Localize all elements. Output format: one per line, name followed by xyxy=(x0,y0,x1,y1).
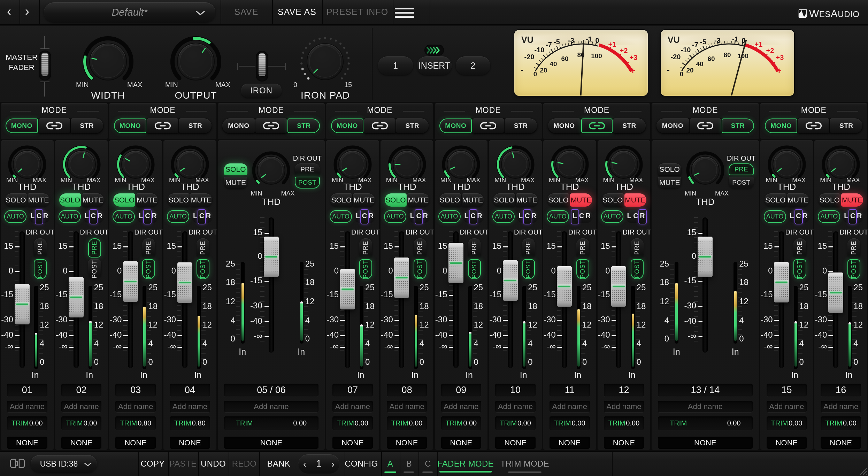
svg-text:-3: -3 xyxy=(714,37,721,44)
svg-text:-10: -10 xyxy=(681,46,691,54)
svg-text:-7: -7 xyxy=(692,41,698,48)
svg-text:+3: +3 xyxy=(630,54,638,61)
svg-text:100: 100 xyxy=(591,52,602,60)
svg-text:+2: +2 xyxy=(766,47,774,54)
svg-text:80: 80 xyxy=(723,51,731,59)
svg-text:60: 60 xyxy=(707,55,715,62)
svg-text:-20: -20 xyxy=(524,53,535,61)
svg-text:0: 0 xyxy=(595,37,599,44)
svg-text:+: + xyxy=(777,66,782,75)
svg-text:+1: +1 xyxy=(755,40,763,48)
svg-text:0: 0 xyxy=(533,70,537,78)
svg-text:+: + xyxy=(630,66,635,75)
svg-text:20: 20 xyxy=(540,67,547,74)
svg-text:VU: VU xyxy=(668,35,680,45)
svg-text:+1: +1 xyxy=(608,40,616,48)
svg-text:-5: -5 xyxy=(554,38,560,46)
svg-text:-: - xyxy=(667,65,670,74)
svg-text:-7: -7 xyxy=(546,41,552,48)
svg-text:-1: -1 xyxy=(732,35,738,43)
svg-text:40: 40 xyxy=(550,60,557,68)
svg-text:VU: VU xyxy=(521,35,533,45)
svg-text:-: - xyxy=(521,65,523,74)
svg-text:0: 0 xyxy=(680,70,684,78)
svg-text:-10: -10 xyxy=(535,46,545,54)
svg-text:+2: +2 xyxy=(620,47,628,54)
svg-text:-3: -3 xyxy=(568,37,574,44)
svg-text:20: 20 xyxy=(686,67,693,74)
svg-text:-20: -20 xyxy=(671,53,681,61)
svg-text:-1: -1 xyxy=(586,35,592,43)
svg-text:60: 60 xyxy=(561,55,568,62)
svg-text:+3: +3 xyxy=(776,54,784,61)
svg-text:40: 40 xyxy=(696,60,703,68)
svg-text:-5: -5 xyxy=(700,38,706,46)
